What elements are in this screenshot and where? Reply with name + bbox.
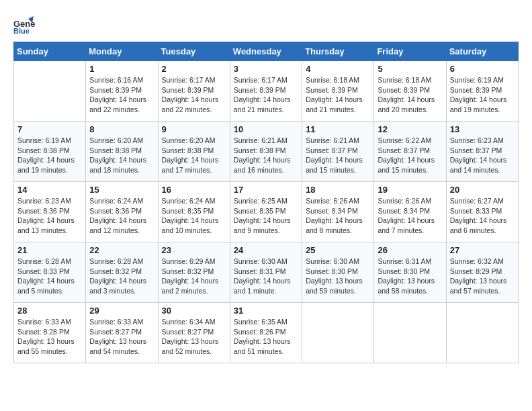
day-info: Sunrise: 6:26 AM Sunset: 8:34 PM Dayligh… <box>306 196 370 236</box>
calendar-cell: 8Sunrise: 6:20 AM Sunset: 8:38 PM Daylig… <box>86 122 158 182</box>
day-number: 26 <box>378 245 442 255</box>
calendar-header-row: SundayMondayTuesdayWednesdayThursdayFrid… <box>14 42 519 61</box>
day-number: 8 <box>89 124 154 134</box>
day-info: Sunrise: 6:19 AM Sunset: 8:38 PM Dayligh… <box>17 136 82 175</box>
calendar-cell: 19Sunrise: 6:26 AM Sunset: 8:34 PM Dayli… <box>374 182 446 242</box>
calendar-cell: 15Sunrise: 6:24 AM Sunset: 8:36 PM Dayli… <box>86 182 158 242</box>
calendar-table: SundayMondayTuesdayWednesdayThursdayFrid… <box>13 42 519 363</box>
calendar-cell <box>14 61 86 122</box>
day-info: Sunrise: 6:18 AM Sunset: 8:39 PM Dayligh… <box>306 75 370 115</box>
calendar-cell: 7Sunrise: 6:19 AM Sunset: 8:38 PM Daylig… <box>14 122 86 182</box>
day-info: Sunrise: 6:22 AM Sunset: 8:37 PM Dayligh… <box>378 136 442 175</box>
calendar-week-row: 28Sunrise: 6:33 AM Sunset: 8:28 PM Dayli… <box>14 303 519 363</box>
day-number: 9 <box>162 124 226 134</box>
day-info: Sunrise: 6:21 AM Sunset: 8:37 PM Dayligh… <box>306 136 370 175</box>
day-info: Sunrise: 6:20 AM Sunset: 8:38 PM Dayligh… <box>162 136 226 175</box>
day-number: 23 <box>162 245 226 255</box>
calendar-cell: 30Sunrise: 6:34 AM Sunset: 8:27 PM Dayli… <box>158 303 230 363</box>
day-info: Sunrise: 6:30 AM Sunset: 8:30 PM Dayligh… <box>306 257 370 296</box>
calendar-cell: 4Sunrise: 6:18 AM Sunset: 8:39 PM Daylig… <box>302 61 374 122</box>
day-number: 15 <box>89 185 154 195</box>
calendar-cell: 31Sunrise: 6:35 AM Sunset: 8:26 PM Dayli… <box>230 303 302 363</box>
calendar-cell: 18Sunrise: 6:26 AM Sunset: 8:34 PM Dayli… <box>302 182 374 242</box>
calendar-cell <box>374 303 446 363</box>
day-info: Sunrise: 6:23 AM Sunset: 8:37 PM Dayligh… <box>450 136 515 175</box>
day-number: 31 <box>234 306 298 316</box>
calendar-cell: 12Sunrise: 6:22 AM Sunset: 8:37 PM Dayli… <box>374 122 446 182</box>
day-number: 19 <box>378 185 442 195</box>
calendar-cell: 20Sunrise: 6:27 AM Sunset: 8:33 PM Dayli… <box>446 182 518 242</box>
svg-text:Blue: Blue <box>13 27 30 35</box>
day-number: 4 <box>306 64 370 74</box>
day-info: Sunrise: 6:34 AM Sunset: 8:27 PM Dayligh… <box>162 317 226 357</box>
day-number: 3 <box>234 64 298 74</box>
calendar-cell: 24Sunrise: 6:30 AM Sunset: 8:31 PM Dayli… <box>230 242 302 303</box>
day-number: 7 <box>17 124 82 134</box>
calendar-cell: 21Sunrise: 6:28 AM Sunset: 8:33 PM Dayli… <box>14 242 86 303</box>
calendar-day-header: Friday <box>374 42 446 61</box>
day-info: Sunrise: 6:20 AM Sunset: 8:38 PM Dayligh… <box>89 136 154 175</box>
day-info: Sunrise: 6:17 AM Sunset: 8:39 PM Dayligh… <box>162 75 226 115</box>
calendar-day-header: Monday <box>86 42 158 61</box>
calendar-day-header: Wednesday <box>230 42 302 61</box>
logo: General Blue <box>13 13 38 35</box>
calendar-cell: 6Sunrise: 6:19 AM Sunset: 8:39 PM Daylig… <box>446 61 518 122</box>
day-number: 10 <box>234 124 298 134</box>
calendar-week-row: 21Sunrise: 6:28 AM Sunset: 8:33 PM Dayli… <box>14 242 519 303</box>
calendar-cell: 29Sunrise: 6:33 AM Sunset: 8:27 PM Dayli… <box>86 303 158 363</box>
day-info: Sunrise: 6:21 AM Sunset: 8:38 PM Dayligh… <box>234 136 298 175</box>
day-info: Sunrise: 6:18 AM Sunset: 8:39 PM Dayligh… <box>378 75 442 115</box>
day-info: Sunrise: 6:16 AM Sunset: 8:39 PM Dayligh… <box>89 75 154 115</box>
calendar-week-row: 7Sunrise: 6:19 AM Sunset: 8:38 PM Daylig… <box>14 122 519 182</box>
calendar-day-header: Sunday <box>14 42 86 61</box>
calendar-cell: 11Sunrise: 6:21 AM Sunset: 8:37 PM Dayli… <box>302 122 374 182</box>
calendar-cell: 9Sunrise: 6:20 AM Sunset: 8:38 PM Daylig… <box>158 122 230 182</box>
day-number: 27 <box>450 245 515 255</box>
day-number: 20 <box>450 185 515 195</box>
day-info: Sunrise: 6:17 AM Sunset: 8:39 PM Dayligh… <box>234 75 298 115</box>
calendar-cell: 13Sunrise: 6:23 AM Sunset: 8:37 PM Dayli… <box>446 122 518 182</box>
calendar-cell: 5Sunrise: 6:18 AM Sunset: 8:39 PM Daylig… <box>374 61 446 122</box>
day-number: 22 <box>89 245 154 255</box>
day-number: 12 <box>378 124 442 134</box>
day-number: 6 <box>450 64 515 74</box>
calendar-cell: 25Sunrise: 6:30 AM Sunset: 8:30 PM Dayli… <box>302 242 374 303</box>
day-number: 28 <box>17 306 82 316</box>
calendar-day-header: Thursday <box>302 42 374 61</box>
day-info: Sunrise: 6:23 AM Sunset: 8:36 PM Dayligh… <box>17 196 82 236</box>
calendar-cell: 17Sunrise: 6:25 AM Sunset: 8:35 PM Dayli… <box>230 182 302 242</box>
day-number: 14 <box>17 185 82 195</box>
calendar-cell: 14Sunrise: 6:23 AM Sunset: 8:36 PM Dayli… <box>14 182 86 242</box>
day-number: 30 <box>162 306 226 316</box>
day-number: 25 <box>306 245 370 255</box>
calendar-week-row: 14Sunrise: 6:23 AM Sunset: 8:36 PM Dayli… <box>14 182 519 242</box>
day-number: 11 <box>306 124 370 134</box>
calendar-cell: 3Sunrise: 6:17 AM Sunset: 8:39 PM Daylig… <box>230 61 302 122</box>
day-number: 21 <box>17 245 82 255</box>
calendar-cell: 22Sunrise: 6:28 AM Sunset: 8:32 PM Dayli… <box>86 242 158 303</box>
calendar-day-header: Tuesday <box>158 42 230 61</box>
calendar-cell: 28Sunrise: 6:33 AM Sunset: 8:28 PM Dayli… <box>14 303 86 363</box>
calendar-week-row: 1Sunrise: 6:16 AM Sunset: 8:39 PM Daylig… <box>14 61 519 122</box>
day-info: Sunrise: 6:32 AM Sunset: 8:29 PM Dayligh… <box>450 257 515 296</box>
day-info: Sunrise: 6:28 AM Sunset: 8:33 PM Dayligh… <box>17 257 82 296</box>
calendar-cell: 16Sunrise: 6:24 AM Sunset: 8:35 PM Dayli… <box>158 182 230 242</box>
day-info: Sunrise: 6:33 AM Sunset: 8:28 PM Dayligh… <box>17 317 82 357</box>
page-header: General Blue <box>13 13 519 35</box>
day-info: Sunrise: 6:31 AM Sunset: 8:30 PM Dayligh… <box>378 257 442 296</box>
day-number: 17 <box>234 185 298 195</box>
day-info: Sunrise: 6:25 AM Sunset: 8:35 PM Dayligh… <box>234 196 298 236</box>
day-info: Sunrise: 6:19 AM Sunset: 8:39 PM Dayligh… <box>450 75 515 115</box>
day-info: Sunrise: 6:30 AM Sunset: 8:31 PM Dayligh… <box>234 257 298 296</box>
day-info: Sunrise: 6:26 AM Sunset: 8:34 PM Dayligh… <box>378 196 442 236</box>
calendar-cell: 2Sunrise: 6:17 AM Sunset: 8:39 PM Daylig… <box>158 61 230 122</box>
day-info: Sunrise: 6:27 AM Sunset: 8:33 PM Dayligh… <box>450 196 515 236</box>
day-info: Sunrise: 6:35 AM Sunset: 8:26 PM Dayligh… <box>234 317 298 357</box>
day-number: 13 <box>450 124 515 134</box>
day-number: 24 <box>234 245 298 255</box>
calendar-cell: 26Sunrise: 6:31 AM Sunset: 8:30 PM Dayli… <box>374 242 446 303</box>
calendar-cell: 27Sunrise: 6:32 AM Sunset: 8:29 PM Dayli… <box>446 242 518 303</box>
day-info: Sunrise: 6:29 AM Sunset: 8:32 PM Dayligh… <box>162 257 226 296</box>
calendar-cell <box>302 303 374 363</box>
day-number: 5 <box>378 64 442 74</box>
